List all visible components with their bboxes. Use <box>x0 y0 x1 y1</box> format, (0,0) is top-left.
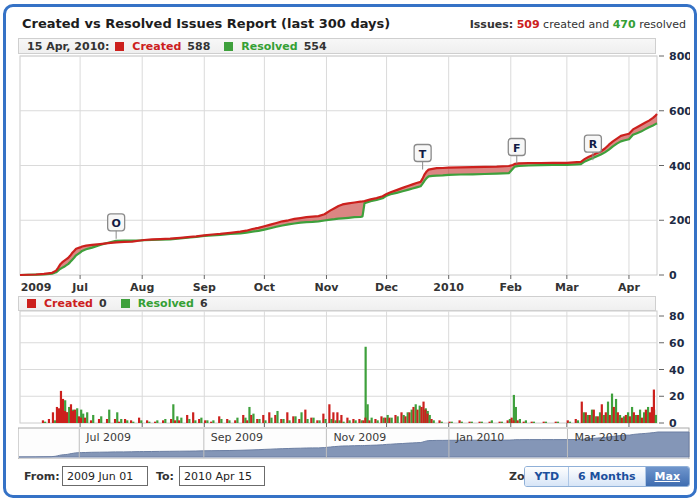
created-bar <box>637 415 639 423</box>
created-bar <box>162 420 164 423</box>
main-xlabel: Mar <box>555 281 579 294</box>
resolved-swatch-icon <box>224 42 233 51</box>
created-bar <box>458 420 460 423</box>
created-bar <box>268 412 270 423</box>
resolved-bar <box>92 415 94 423</box>
main-xlabel: Apr <box>618 281 640 294</box>
issues-label: Issues: <box>470 18 513 31</box>
zoom-button-group: YTD 6 Months Max <box>524 466 690 487</box>
created-bar <box>114 419 116 423</box>
main-xlabel: Sep <box>193 281 216 294</box>
created-bar <box>58 408 60 423</box>
created-bar <box>543 422 545 423</box>
flag-label: R <box>589 138 598 151</box>
resolved-bar <box>252 414 254 423</box>
created-bar <box>72 411 74 423</box>
bar-legend-resolved-value: 6 <box>200 297 208 310</box>
resolved-bar <box>100 416 102 423</box>
created-bar <box>274 415 276 423</box>
navigator[interactable]: Jul 2009Sep 2009Nov 2009Jan 2010Mar 2010 <box>18 428 689 459</box>
resolved-bar <box>355 420 357 423</box>
main-chart-legend: 15 Apr, 2010: Created 588 Resolved 554 <box>18 38 656 54</box>
issues-created-text: created and <box>543 18 609 31</box>
created-bar <box>66 412 68 423</box>
resolved-bar <box>365 347 367 423</box>
created-bar <box>262 415 264 423</box>
created-bar <box>388 418 390 423</box>
resolved-bar <box>200 418 202 423</box>
range-controls: From: To: Zoom: YTD 6 Months Max <box>18 464 690 490</box>
created-bar <box>400 412 402 423</box>
created-bar <box>575 419 577 423</box>
created-bar <box>567 420 569 423</box>
created-bar <box>138 418 140 423</box>
bar-legend-created-label: Created <box>44 297 93 310</box>
resolved-bar <box>228 420 230 423</box>
legend-created-label: Created <box>132 40 181 53</box>
to-label: To: <box>156 470 174 483</box>
from-date-input[interactable] <box>62 466 148 486</box>
issues-resolved-text: resolved <box>639 18 686 31</box>
resolved-swatch-icon <box>121 299 130 308</box>
created-bar <box>513 420 515 423</box>
created-bar <box>154 422 156 423</box>
to-date-input[interactable] <box>179 466 265 486</box>
created-bar <box>226 419 228 423</box>
main-ytick-label: 0 <box>669 269 677 282</box>
created-bar <box>170 419 172 423</box>
created-bar <box>555 422 557 423</box>
bar-ytick-label: 40 <box>669 364 685 377</box>
created-bar <box>424 410 426 423</box>
resolved-bar <box>655 415 657 423</box>
legend-date: 15 Apr, 2010: <box>27 40 109 53</box>
created-bar <box>469 422 471 423</box>
created-bar <box>358 419 360 423</box>
created-bar <box>192 412 194 423</box>
resolved-bar <box>180 418 182 423</box>
created-bar <box>380 416 382 423</box>
bar-legend-created-value: 0 <box>99 297 107 310</box>
resolved-bar <box>513 395 515 423</box>
resolved-bar <box>132 422 134 423</box>
resolved-bar <box>236 418 238 423</box>
created-bar <box>609 415 611 423</box>
created-bar <box>621 418 623 423</box>
issues-resolved-count: 470 <box>613 18 636 31</box>
zoom-ytd-button[interactable]: YTD <box>525 467 568 486</box>
resolved-bar <box>300 412 302 423</box>
created-bar <box>523 422 525 423</box>
report-window: Created vs Resolved Issues Report (last … <box>3 4 697 498</box>
resolved-bar <box>318 420 320 423</box>
created-bar <box>426 414 428 423</box>
created-bar <box>198 419 200 423</box>
navigator-month-label: Jan 2010 <box>455 431 504 444</box>
bar-legend-resolved-label: Resolved <box>138 297 194 310</box>
created-bar <box>42 420 44 423</box>
created-bar <box>408 412 410 423</box>
created-bar <box>601 404 603 423</box>
created-bar <box>597 416 599 423</box>
created-bar <box>234 420 236 423</box>
resolved-bar <box>451 422 453 423</box>
charts-svg[interactable]: OTFR02004006008002009JulAugSepOctNovDec2… <box>18 38 690 459</box>
created-bar <box>310 418 312 423</box>
resolved-bar <box>433 420 435 423</box>
zoom-6months-button[interactable]: 6 Months <box>568 467 644 486</box>
main-xlabel: Nov <box>315 281 340 294</box>
created-bar <box>416 410 418 423</box>
created-bar <box>605 412 607 423</box>
created-bar <box>352 419 354 423</box>
resolved-bar <box>533 422 535 423</box>
created-bar <box>210 422 212 423</box>
main-xlabel: Oct <box>254 281 275 294</box>
created-bar <box>448 422 450 423</box>
legend-resolved-value: 554 <box>304 40 327 53</box>
resolved-bar <box>569 422 571 423</box>
created-bar <box>64 411 66 423</box>
resolved-bar <box>258 419 260 423</box>
zoom-max-button[interactable]: Max <box>645 467 689 486</box>
legend-created-value: 588 <box>187 40 210 53</box>
resolved-bar <box>86 412 88 423</box>
resolved-bar <box>282 419 284 423</box>
created-swatch-icon <box>27 299 36 308</box>
